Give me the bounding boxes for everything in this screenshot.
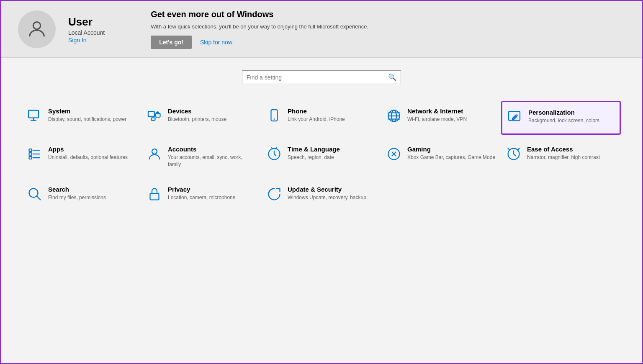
- apps-text: Apps Uninstall, defaults, optional featu…: [48, 146, 128, 161]
- accounts-desc: Your accounts, email, sync, work, family: [168, 154, 257, 168]
- setting-item-devices[interactable]: Devices Bluetooth, printers, mouse: [142, 101, 262, 135]
- personalization-desc: Background, lock screen, colors: [528, 117, 599, 124]
- search-box: 🔍: [242, 70, 401, 84]
- setting-item-apps[interactable]: Apps Uninstall, defaults, optional featu…: [22, 139, 142, 175]
- network-icon: [386, 108, 401, 126]
- system-desc: Display, sound, notifications, power: [48, 116, 126, 123]
- phone-icon: [267, 108, 282, 126]
- time-desc: Speech, region, date: [288, 154, 340, 161]
- setting-item-update[interactable]: Update & Security Windows Update, recove…: [262, 179, 381, 210]
- devices-desc: Bluetooth, printers, mouse: [168, 116, 226, 123]
- system-text: System Display, sound, notifications, po…: [48, 108, 126, 123]
- phone-desc: Link your Android, iPhone: [288, 116, 345, 123]
- search-title: Search: [48, 186, 106, 193]
- setting-item-gaming[interactable]: Gaming Xbox Game Bar, captures, Game Mod…: [381, 139, 501, 175]
- time-text: Time & Language Speech, region, date: [288, 146, 340, 161]
- apps-icon: [27, 146, 42, 164]
- personalization-title: Personalization: [528, 109, 599, 116]
- user-name: User: [68, 15, 105, 28]
- search-icon: 🔍: [388, 73, 396, 81]
- ease-desc: Narrator, magnifier, high contrast: [527, 154, 600, 161]
- setting-item-time[interactable]: Time & Language Speech, region, date: [262, 139, 381, 175]
- svg-rect-18: [29, 156, 32, 159]
- skip-link[interactable]: Skip for now: [200, 39, 232, 46]
- privacy-title: Privacy: [168, 186, 235, 193]
- setting-item-accounts[interactable]: Accounts Your accounts, email, sync, wor…: [142, 139, 262, 175]
- svg-rect-16: [29, 149, 32, 151]
- svg-line-26: [508, 149, 510, 151]
- search-desc: Find my files, permissions: [48, 194, 106, 201]
- gaming-desc: Xbox Game Bar, captures, Game Mode: [407, 154, 495, 161]
- setting-item-network[interactable]: Network & Internet Wi-Fi, airplane mode,…: [381, 101, 501, 135]
- setting-item-privacy[interactable]: Privacy Location, camera, microphone: [142, 179, 262, 210]
- svg-point-0: [33, 22, 40, 29]
- promo-actions: Let's go! Skip for now: [151, 36, 368, 49]
- phone-title: Phone: [288, 108, 345, 115]
- setting-item-system[interactable]: System Display, sound, notifications, po…: [22, 101, 142, 135]
- svg-point-22: [152, 149, 157, 154]
- update-text: Update & Security Windows Update, recove…: [288, 186, 366, 201]
- account-type: Local Account: [68, 29, 105, 36]
- ease-icon: [506, 146, 521, 164]
- promo-section: Get even more out of Windows With a few …: [151, 10, 368, 49]
- update-desc: Windows Update, recovery, backup: [288, 194, 366, 201]
- promo-subtitle: With a few quick selections, you'll be o…: [151, 23, 368, 30]
- svg-line-27: [517, 149, 520, 151]
- ease-text: Ease of Access Narrator, magnifier, high…: [527, 146, 600, 161]
- network-text: Network & Internet Wi-Fi, airplane mode,…: [407, 108, 467, 123]
- privacy-desc: Location, camera, microphone: [168, 194, 235, 201]
- user-avatar-icon: [26, 18, 48, 40]
- settings-grid: System Display, sound, notifications, po…: [1, 88, 642, 223]
- apps-desc: Uninstall, defaults, optional features: [48, 154, 128, 161]
- setting-item-phone[interactable]: Phone Link your Android, iPhone: [262, 101, 381, 135]
- gaming-title: Gaming: [407, 146, 495, 153]
- accounts-text: Accounts Your accounts, email, sync, wor…: [168, 146, 257, 168]
- promo-title: Get even more out of Windows: [151, 10, 368, 19]
- update-icon: [267, 187, 282, 204]
- lets-go-button[interactable]: Let's go!: [151, 36, 192, 49]
- setting-item-personalization[interactable]: Personalization Background, lock screen,…: [501, 101, 621, 135]
- svg-rect-30: [150, 193, 159, 200]
- header-section: User Local Account Sign In Get even more…: [1, 1, 642, 58]
- search-input[interactable]: [247, 74, 388, 81]
- search-text: Search Find my files, permissions: [48, 186, 106, 201]
- system-icon: [27, 108, 42, 126]
- ease-title: Ease of Access: [527, 146, 600, 153]
- devices-text: Devices Bluetooth, printers, mouse: [168, 108, 226, 123]
- personalization-text: Personalization Background, lock screen,…: [528, 109, 599, 124]
- apps-title: Apps: [48, 146, 128, 153]
- time-icon: [267, 146, 282, 164]
- privacy-text: Privacy Location, camera, microphone: [168, 186, 235, 201]
- privacy-icon: [147, 187, 162, 204]
- svg-rect-1: [28, 110, 39, 118]
- avatar: [18, 10, 56, 48]
- svg-rect-6: [152, 118, 155, 120]
- svg-rect-4: [148, 112, 154, 117]
- personalization-icon: [507, 110, 522, 127]
- network-desc: Wi-Fi, airplane mode, VPN: [407, 116, 467, 123]
- network-title: Network & Internet: [407, 108, 467, 115]
- gaming-icon: [386, 146, 401, 164]
- svg-point-7: [157, 112, 159, 114]
- time-title: Time & Language: [288, 146, 340, 153]
- devices-icon: [147, 108, 162, 126]
- gaming-text: Gaming Xbox Game Bar, captures, Game Mod…: [407, 146, 495, 161]
- system-title: System: [48, 108, 126, 115]
- phone-text: Phone Link your Android, iPhone: [288, 108, 345, 123]
- accounts-icon: [147, 146, 162, 164]
- accounts-title: Accounts: [168, 146, 257, 153]
- update-title: Update & Security: [288, 186, 366, 193]
- setting-item-ease[interactable]: Ease of Access Narrator, magnifier, high…: [501, 139, 621, 175]
- user-info: User Local Account Sign In: [68, 15, 105, 44]
- search-container: 🔍: [1, 58, 642, 88]
- sign-in-link[interactable]: Sign In: [68, 37, 105, 44]
- search-icon: [27, 187, 42, 204]
- svg-rect-17: [29, 153, 32, 155]
- devices-title: Devices: [168, 108, 226, 115]
- setting-item-search[interactable]: Search Find my files, permissions: [22, 179, 142, 210]
- svg-line-29: [37, 196, 41, 200]
